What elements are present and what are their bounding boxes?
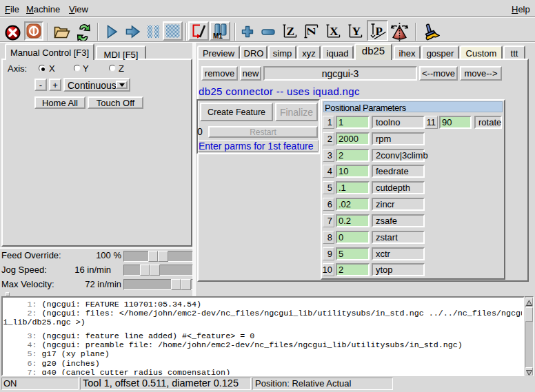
svg-text:Z: Z [286,24,294,38]
svg-text:X: X [330,24,339,38]
svg-text:P: P [376,25,383,38]
svg-text:Y: Y [352,24,361,38]
svg-text:Z: Z [305,28,319,36]
svg-text:M1: M1 [213,32,223,39]
